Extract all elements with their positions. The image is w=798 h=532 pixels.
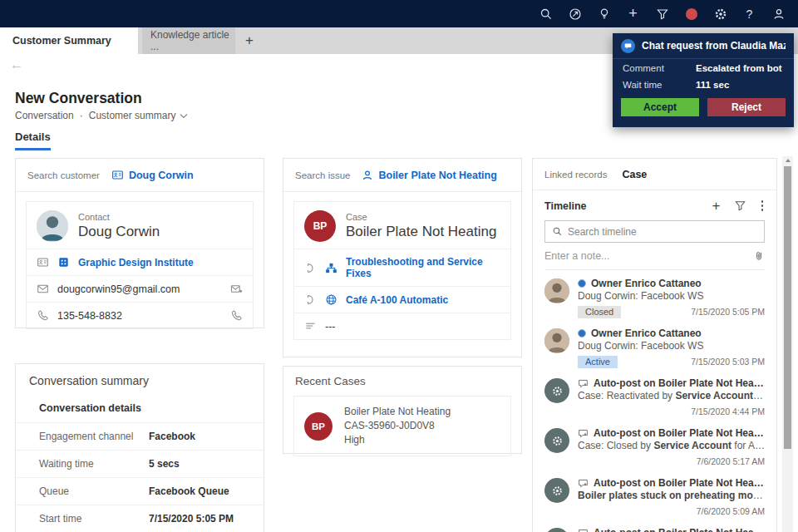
new-tab-button[interactable]: +	[235, 27, 264, 54]
timeline-filter-icon[interactable]	[734, 200, 746, 212]
timeline-entry[interactable]: Auto-post on Boiler Plate Not Heating Ca…	[544, 377, 765, 419]
timestamp: 7/15/2020 4:44 PM	[691, 406, 765, 416]
issue-link-label: Boiler Plate Not Heating	[378, 170, 496, 181]
scroll-up-arrow[interactable]	[786, 159, 791, 162]
search-issue-label: Search issue	[295, 170, 350, 180]
search-customer-row: Search customer Doug Corwin	[16, 159, 264, 192]
paperclip-icon[interactable]	[753, 250, 765, 262]
product-link[interactable]: Café A-100 Automatic	[346, 294, 448, 306]
case-initials-badge: BP	[304, 210, 336, 242]
case-name: Boiler Plate Not Heating	[346, 224, 496, 240]
customer-link-label: Doug Corwin	[129, 170, 194, 181]
timeline-entry-subtitle: Case: Closed by Service Account for Acco…	[578, 440, 765, 454]
contact-card-icon	[111, 169, 124, 181]
chevron-down-icon	[180, 113, 188, 119]
top-navigation-bar: + ?	[0, 0, 798, 27]
notification-title: Chat request from Claudia Mazz...	[642, 40, 786, 52]
accept-button[interactable]: Accept	[621, 98, 699, 116]
conversation-summary-card: Conversation summary Conversation detail…	[15, 363, 264, 532]
help-icon[interactable]: ?	[735, 0, 764, 27]
record-status-icon	[578, 329, 586, 337]
conversation-details-header: Conversation details	[16, 396, 264, 423]
company-link[interactable]: Graphic Design Institute	[78, 257, 194, 268]
timeline-entry-subtitle: Boiler plates stuck on preheating mode w…	[578, 490, 765, 504]
timeline-entry-title: Auto-post on Boiler Plate Not Heating	[594, 527, 765, 532]
breadcrumb: Conversation · Customer summary	[15, 110, 188, 121]
recent-cases-card: Recent Cases BP Boiler Plate Not Heating…	[283, 366, 522, 454]
breadcrumb-separator: ·	[80, 110, 83, 121]
description-value: ---	[325, 321, 500, 332]
scrollbar-thumb[interactable]	[784, 166, 791, 449]
summary-row: Start time 7/15/2020 5:05 PM	[16, 505, 264, 532]
issue-link[interactable]: Boiler Plate Not Heating	[362, 170, 496, 181]
note-input[interactable]	[544, 250, 748, 262]
send-email-icon[interactable]	[230, 283, 243, 295]
bot-avatar	[544, 428, 569, 453]
presence-indicator[interactable]	[677, 0, 706, 27]
back-arrow-icon[interactable]: ←	[10, 57, 23, 72]
note-entry-row	[544, 243, 765, 270]
summary-row: Queue Facebook Queue	[16, 478, 264, 505]
phone-value[interactable]: 135-548-8832	[57, 310, 222, 322]
breadcrumb-entity: Conversation	[15, 110, 74, 121]
tab-customer-summary[interactable]: Customer Summary	[0, 27, 138, 54]
tab-details[interactable]: Details	[15, 131, 51, 150]
recent-case-item[interactable]: BP Boiler Plate Not Heating CAS-35960-J0…	[293, 396, 511, 456]
reject-button[interactable]: Reject	[707, 98, 786, 116]
subject-link[interactable]: Troubleshooting and Service Fixes	[346, 256, 500, 279]
add-icon[interactable]: +	[618, 0, 648, 27]
phone-icon	[37, 309, 49, 322]
timeline-entry[interactable]: Auto-post on Boiler Plate Not Heating Ca…	[544, 426, 765, 469]
tab-knowledge-article[interactable]: Knowledge article ...	[142, 27, 235, 54]
summary-row-label: Engagement channel	[39, 431, 149, 442]
linked-record-type[interactable]: Case	[622, 169, 647, 180]
chat-request-notification: Chat request from Claudia Mazz... Commen…	[613, 33, 794, 127]
bot-avatar	[544, 478, 569, 503]
tag-icon	[304, 262, 317, 274]
insights-icon[interactable]	[560, 0, 589, 27]
post-bubble-icon	[578, 528, 589, 532]
post-bubble-icon	[578, 428, 589, 439]
plus-icon: +	[245, 32, 254, 49]
timestamp: 7/15/2020 5:05 PM	[691, 307, 765, 317]
timeline-search-input[interactable]	[568, 226, 757, 238]
case-mini-card: BP Case Boiler Plate Not Heating Trouble…	[293, 201, 511, 340]
call-icon[interactable]	[230, 309, 243, 322]
summary-row-value: 5 secs	[149, 458, 180, 470]
contact-name: Doug Corwin	[78, 224, 160, 240]
description-row: ---	[294, 313, 510, 339]
issue-card: Search issue Boiler Plate Not Heating BP…	[283, 158, 522, 357]
account-icon[interactable]	[764, 0, 793, 27]
search-icon[interactable]	[531, 0, 560, 27]
timeline-add-icon[interactable]: +	[712, 200, 721, 212]
settings-icon[interactable]	[706, 0, 735, 27]
summary-row-label: Waiting time	[39, 458, 149, 470]
more-options-icon[interactable]	[760, 200, 766, 211]
timeline-title: Timeline	[544, 200, 712, 212]
contact-mini-card: Contact Doug Corwin Graphic Design Insti…	[26, 201, 254, 329]
timeline-entry[interactable]: Owner Enrico Cattaneo Doug Corwin: Faceb…	[544, 327, 765, 369]
email-icon	[37, 283, 49, 295]
vertical-scrollbar[interactable]	[782, 156, 793, 532]
post-bubble-icon	[578, 378, 589, 389]
timeline-entry-title: Auto-post on Boiler Plate Not Heating	[594, 377, 765, 389]
customer-link[interactable]: Doug Corwin	[111, 169, 194, 181]
email-value[interactable]: dougcorwin95@gmail.com	[57, 283, 222, 295]
linked-records-header: Linked records Case	[533, 159, 776, 190]
search-icon	[552, 226, 563, 237]
timeline-entry[interactable]: Auto-post on Boiler Plate Not Heating Ca…	[544, 526, 765, 532]
form-selector[interactable]: Customer summary	[89, 110, 189, 121]
summary-row: Waiting time 5 secs	[16, 451, 264, 478]
status-badge: Active	[578, 356, 618, 368]
filter-icon[interactable]	[648, 0, 677, 27]
timestamp: 7/15/2020 5:03 PM	[691, 357, 765, 367]
timeline-entry[interactable]: Auto-post on Boiler Plate Not Heating Bo…	[544, 476, 765, 519]
phone-row: 135-548-8832	[27, 302, 253, 328]
customer-card: Search customer Doug Corwin Contact Doug…	[15, 158, 264, 328]
linked-records-panel: Linked records Case Timeline + Owner Enr…	[532, 158, 777, 532]
summary-row-label: Start time	[39, 513, 149, 525]
timeline-list: Owner Enrico Cattaneo Doug Corwin: Faceb…	[533, 270, 776, 532]
search-issue-row: Search issue Boiler Plate Not Heating	[283, 159, 521, 192]
timeline-entry[interactable]: Owner Enrico Cattaneo Doug Corwin: Faceb…	[544, 277, 765, 319]
lightbulb-icon[interactable]	[589, 0, 618, 27]
